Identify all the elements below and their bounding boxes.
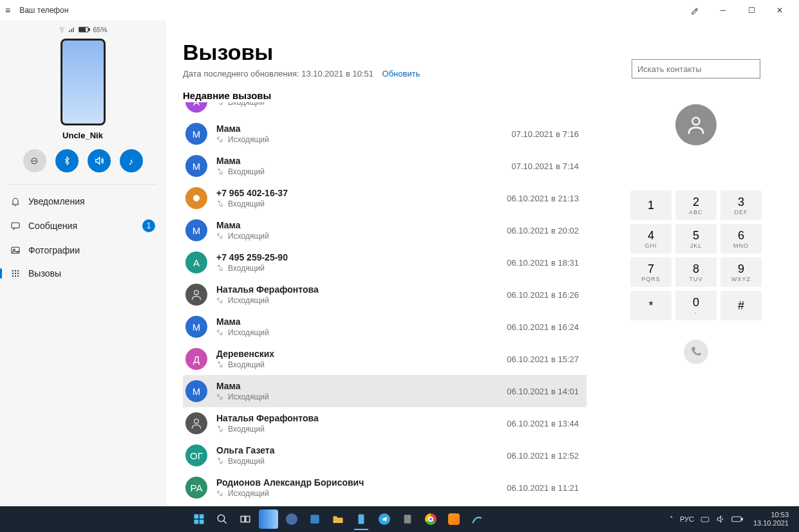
dialpad-key-*[interactable]: * <box>630 291 672 320</box>
volume-toggle[interactable] <box>88 149 111 172</box>
call-name: Мама <box>216 220 498 230</box>
dialpad: 12ABC3DEF4GHI5JKL6MNO7PQRS8TUV9WXYZ*0-# <box>630 190 762 320</box>
paint-icon[interactable] <box>681 0 709 21</box>
call-type: Входящий <box>216 425 498 434</box>
call-row[interactable]: ОГОльга ГазетаВходящий06.10.2021 в 12:52 <box>183 439 587 472</box>
calls-list[interactable]: АВходящийММамаИсходящий07.10.2021 в 7:16… <box>183 102 593 506</box>
bluetooth-toggle[interactable] <box>55 149 79 172</box>
taskbar-clock[interactable]: 10:53 13.10.2021 <box>749 511 793 527</box>
call-row[interactable]: ММамаИсходящий07.10.2021 в 7:16 <box>183 118 587 150</box>
nav-photos[interactable]: Фотографии <box>0 239 165 262</box>
call-time: 06.10.2021 в 21:13 <box>507 194 579 203</box>
close-button[interactable]: ✕ <box>766 0 794 21</box>
taskbar-app-orange[interactable] <box>444 509 464 529</box>
phone-preview[interactable] <box>61 39 106 125</box>
call-avatar <box>185 284 207 306</box>
recent-calls-header: Недавние вызовы <box>183 90 593 101</box>
dialpad-key-3[interactable]: 3DEF <box>720 190 762 220</box>
call-button[interactable] <box>684 340 708 364</box>
call-row[interactable]: А+7 495 259-25-90Входящий06.10.2021 в 18… <box>183 246 587 279</box>
taskbar-app-paint[interactable] <box>467 509 487 529</box>
call-avatar: М <box>185 155 207 177</box>
call-row[interactable]: АВходящий <box>183 102 587 118</box>
call-name: Мама <box>216 381 498 391</box>
tray-chevron-icon[interactable]: ˄ <box>670 515 673 524</box>
svg-rect-22 <box>194 515 198 519</box>
taskview-button[interactable] <box>236 509 255 529</box>
call-row[interactable]: +7 965 402-16-37Входящий06.10.2021 в 21:… <box>183 182 587 214</box>
tray-volume-icon[interactable] <box>716 515 725 524</box>
taskbar-chrome[interactable] <box>421 509 440 529</box>
device-name: Uncle_Nik <box>0 131 165 140</box>
taskbar-app-2[interactable] <box>282 509 301 529</box>
dnd-toggle[interactable]: ⊖ <box>23 149 46 172</box>
call-row[interactable]: ММамаВходящий07.10.2021 в 7:14 <box>183 150 587 182</box>
page-title: Вызовы <box>183 40 593 65</box>
dialpad-key-9[interactable]: 9WXYZ <box>720 257 762 287</box>
call-row[interactable]: ММамаИсходящий06.10.2021 в 14:01 <box>183 375 587 407</box>
taskbar-app-3[interactable] <box>305 509 324 529</box>
svg-rect-30 <box>358 515 364 524</box>
call-type: Исходящий <box>216 232 498 241</box>
call-time: 06.10.2021 в 11:21 <box>507 483 579 493</box>
svg-rect-7 <box>12 223 19 228</box>
bell-icon <box>10 196 21 206</box>
taskbar-telegram[interactable] <box>375 509 394 529</box>
call-row[interactable]: Наталья ФерафонтоваИсходящий06.10.2021 в… <box>183 279 587 311</box>
maximize-button[interactable]: ☐ <box>737 0 766 21</box>
call-row[interactable]: ММамаИсходящий06.10.2021 в 20:02 <box>183 214 587 246</box>
dialpad-key-5[interactable]: 5JKL <box>675 224 717 253</box>
music-toggle[interactable]: ♪ <box>120 149 143 172</box>
svg-rect-1 <box>69 30 70 32</box>
tray-battery-icon[interactable] <box>731 515 743 523</box>
call-avatar <box>185 187 207 209</box>
call-name: Ольга Газета <box>216 445 498 455</box>
nav-calls[interactable]: Вызовы <box>0 262 165 285</box>
dialpad-key-0[interactable]: 0- <box>675 291 717 320</box>
minimize-button[interactable]: ─ <box>709 0 737 21</box>
hamburger-icon[interactable]: ≡ <box>5 5 10 15</box>
call-time: 06.10.2021 в 16:24 <box>507 322 579 332</box>
svg-rect-23 <box>200 515 204 519</box>
taskbar-your-phone[interactable] <box>352 509 371 529</box>
dialpad-key-2[interactable]: 2ABC <box>675 190 717 220</box>
taskbar-explorer[interactable] <box>328 509 348 529</box>
call-name: Деревенских <box>216 349 498 359</box>
nav-label: Уведомления <box>28 196 85 206</box>
call-type: Исходящий <box>216 328 498 337</box>
dialpad-key-7[interactable]: 7PQRS <box>630 257 672 287</box>
person-icon <box>685 114 707 136</box>
dialpad-key-4[interactable]: 4GHI <box>630 224 672 253</box>
svg-rect-3 <box>73 28 74 32</box>
dialpad-key-6[interactable]: 6MNO <box>720 224 762 253</box>
nav-notifications[interactable]: Уведомления <box>0 190 165 213</box>
call-row[interactable]: ДДеревенскихВходящий06.10.2021 в 15:27 <box>183 343 587 375</box>
call-type: Входящий <box>216 199 498 208</box>
dialpad-key-8[interactable]: 8TUV <box>675 257 717 287</box>
start-button[interactable] <box>189 509 209 529</box>
call-avatar: РА <box>185 477 207 499</box>
nav-messages[interactable]: Сообщения 1 <box>0 213 165 239</box>
taskbar-app-1[interactable] <box>259 509 278 529</box>
svg-rect-34 <box>742 518 743 520</box>
photo-icon <box>10 245 21 255</box>
dialpad-key-1[interactable]: 1 <box>630 190 672 220</box>
call-type: Входящий <box>216 167 503 176</box>
search-button[interactable] <box>212 509 232 529</box>
phone-icon <box>690 346 702 358</box>
wifi-icon <box>58 26 66 33</box>
call-name: Родионов Александр Борисович <box>216 477 498 488</box>
call-time: 06.10.2021 в 16:26 <box>507 290 579 300</box>
call-row[interactable]: ММамаИсходящий06.10.2021 в 16:24 <box>183 311 587 343</box>
call-row[interactable]: РАРодионов Александр БорисовичИсходящий0… <box>183 472 587 504</box>
refresh-link[interactable]: Обновить <box>382 69 420 78</box>
call-time: 06.10.2021 в 12:52 <box>507 451 579 461</box>
tray-keyboard-icon[interactable] <box>700 515 710 524</box>
call-row[interactable]: Наталья ФерафонтоваВходящий06.10.2021 в … <box>183 407 587 439</box>
svg-rect-5 <box>89 29 90 31</box>
dialpad-key-#[interactable]: # <box>720 291 762 320</box>
language-indicator[interactable]: РУС <box>680 515 694 523</box>
svg-rect-32 <box>701 517 709 522</box>
search-contacts-input[interactable] <box>632 59 760 78</box>
taskbar-calculator[interactable] <box>398 509 417 529</box>
